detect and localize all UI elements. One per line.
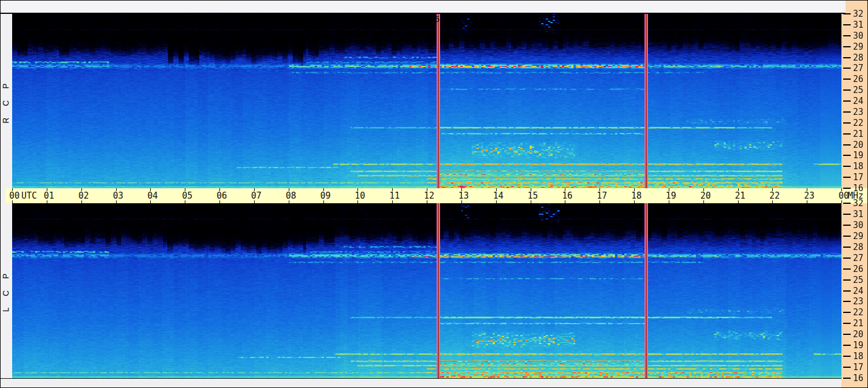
freq-tick: [843, 258, 851, 259]
frequency-scale-labels: 3231302928272625242322212019181716323130…: [841, 1, 868, 387]
freq-tick: [843, 100, 851, 102]
hour-label: 06: [210, 188, 233, 203]
freq-label: 27: [853, 253, 867, 263]
freq-label: 18: [853, 352, 867, 361]
freq-label: 24: [853, 286, 867, 296]
polarization-label-rcp: R C P: [1, 55, 10, 147]
freq-label: 20: [853, 140, 867, 150]
freq-label: 17: [853, 363, 867, 372]
freq-tick: [843, 367, 851, 368]
title-bar: AJ4CO Observatory 05 Jan 2019 - DPS on T…: [1, 1, 845, 14]
window-title: AJ4CO Observatory 05 Jan 2019 - DPS on T…: [14, 14, 439, 24]
freq-tick: [843, 188, 851, 189]
freq-label: 27: [853, 64, 867, 73]
hour-label: 20: [694, 188, 717, 203]
freq-tick: [843, 89, 851, 91]
freq-tick: [843, 133, 851, 135]
freq-label: 30: [853, 221, 867, 230]
freq-tick: [843, 24, 851, 25]
freq-label: 22: [853, 118, 867, 128]
hour-label: 03: [107, 188, 130, 203]
freq-tick: [843, 13, 851, 14]
spectrograph-window: AJ4CO Observatory 05 Jan 2019 - DPS on T…: [0, 0, 868, 388]
freq-label: 25: [853, 85, 867, 95]
freq-tick: [843, 155, 851, 156]
hour-label: 14: [487, 188, 510, 203]
freq-tick: [843, 79, 851, 80]
freq-tick: [843, 166, 851, 167]
freq-tick: [843, 177, 851, 178]
freq-label: 22: [853, 308, 867, 317]
freq-label: 31: [853, 20, 867, 29]
hour-label: 02: [72, 188, 95, 203]
freq-label: 30: [853, 31, 867, 40]
hour-label: 13: [452, 188, 475, 203]
hour-label: 00: [3, 188, 26, 203]
freq-tick: [843, 46, 851, 47]
freq-tick: [843, 144, 851, 146]
hour-label: 18: [625, 188, 648, 203]
freq-tick: [843, 214, 851, 215]
freq-label: 16: [853, 374, 867, 383]
hour-label: 01: [38, 188, 61, 203]
hour-label: 23: [798, 188, 821, 203]
freq-tick: [843, 323, 851, 324]
freq-label: 32: [853, 199, 867, 208]
freq-tick: [843, 356, 851, 357]
freq-label: 23: [853, 297, 867, 306]
polarization-label-lcp: L C P: [1, 244, 10, 337]
freq-label: 20: [853, 330, 867, 339]
freq-tick: [843, 378, 851, 379]
freq-label: 28: [853, 53, 867, 62]
freq-label: 18: [853, 162, 867, 171]
freq-tick: [843, 35, 851, 36]
hour-label: 19: [660, 188, 683, 203]
freq-tick: [843, 236, 851, 237]
bottom-strip: [1, 378, 841, 388]
hour-label: 21: [729, 188, 752, 203]
spectrogram-rcp: [12, 14, 841, 188]
hour-label: 07: [245, 188, 268, 203]
freq-label: 19: [853, 151, 867, 160]
freq-label: 26: [853, 74, 867, 84]
freq-tick: [843, 290, 851, 292]
freq-tick: [843, 225, 851, 226]
freq-tick: [843, 312, 851, 313]
hour-label: 12: [418, 188, 441, 203]
spectrogram-lcp: [12, 203, 841, 378]
freq-tick: [843, 68, 851, 69]
freq-tick: [843, 279, 851, 281]
hour-label: 10: [348, 188, 371, 203]
hour-label: 16: [556, 188, 579, 203]
freq-label: 25: [853, 275, 867, 285]
hour-label: 15: [521, 188, 545, 203]
hour-label: 05: [176, 188, 199, 203]
freq-label: 29: [853, 42, 867, 51]
freq-label: 32: [853, 9, 867, 18]
freq-tick: [843, 111, 851, 113]
freq-tick: [843, 57, 851, 58]
freq-label: 16: [853, 184, 867, 193]
freq-label: 21: [853, 129, 867, 139]
freq-tick: [843, 203, 851, 204]
freq-label: 26: [853, 264, 867, 274]
hour-label: 22: [763, 188, 786, 203]
freq-tick: [843, 122, 851, 124]
freq-label: 17: [853, 173, 867, 182]
freq-label: 23: [853, 107, 867, 117]
freq-label: 19: [853, 341, 867, 350]
freq-tick: [843, 345, 851, 346]
time-axis: UTC MHz 00010203040506070809101112131415…: [6, 188, 867, 203]
hour-label: 09: [314, 188, 337, 203]
hour-label: 17: [590, 188, 613, 203]
freq-label: 24: [853, 96, 867, 106]
hour-label: 11: [383, 188, 406, 203]
freq-tick: [843, 247, 851, 248]
freq-tick: [843, 334, 851, 335]
freq-tick: [843, 268, 851, 270]
freq-label: 31: [853, 210, 867, 219]
freq-label: 21: [853, 319, 867, 328]
freq-label: 28: [853, 242, 867, 252]
hour-label: 08: [280, 188, 303, 203]
freq-tick: [843, 301, 851, 302]
